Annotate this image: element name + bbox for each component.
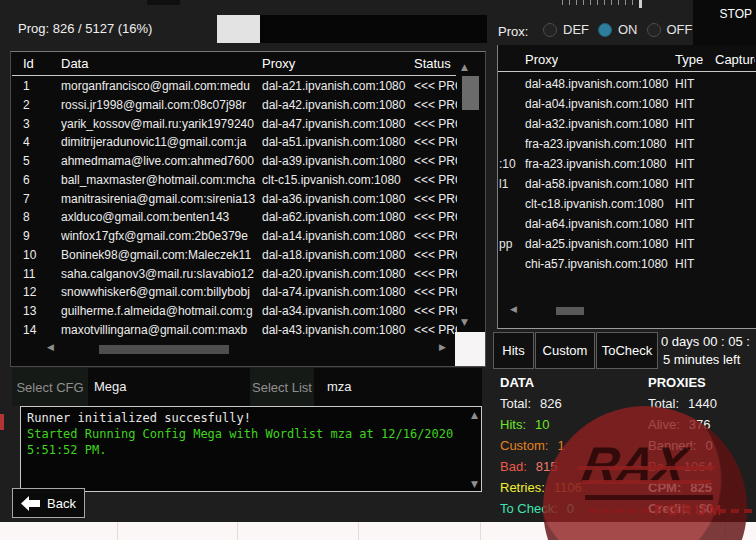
config-bar: Select CFG Mega Select List mza	[12, 368, 482, 406]
table-cell: dal-a64.ipvanish.com:1080	[525, 217, 668, 231]
back-label: Back	[47, 496, 76, 511]
table-cell: HIT	[675, 177, 694, 191]
data-table: Id Data Proxy Status 1morganfrancisco@gm…	[10, 51, 486, 367]
scroll-right-icon[interactable]: ▶	[439, 343, 446, 352]
table-row[interactable]: 14maxotvillingarna@gmail.com:maxbdal-a43…	[11, 321, 457, 340]
table-row[interactable]: 13guilherme.f.almeida@hotmail.com:gdal-a…	[11, 302, 457, 321]
table-row[interactable]: fra-a23.ipvanish.com:1080HIT	[498, 134, 756, 154]
progress-fill	[217, 15, 260, 43]
table-row[interactable]: dal-a48.ipvanish.com:1080HIT	[498, 74, 756, 94]
tab-tocheck[interactable]: ToCheck	[596, 332, 658, 369]
table-cell: 12	[23, 285, 53, 299]
select-cfg-button[interactable]: Select CFG	[12, 368, 88, 406]
proxy-mode-radio-on[interactable]: ON	[598, 22, 638, 37]
horizontal-scrollbar-thumb[interactable]	[556, 307, 584, 315]
table-row[interactable]: 11saha.calganov3@mail.ru:slavabio12dal-a…	[11, 265, 457, 284]
radio-label: OFF	[667, 22, 693, 37]
data-table-rows: 1morganfrancisco@gmail.com:medudal-a21.i…	[11, 77, 457, 340]
slider-tick	[618, 0, 619, 5]
table-row[interactable]: 3yarik_kossov@mail.ru:yarik1979240dal-a4…	[11, 115, 457, 134]
table-cell: maxotvillingarna@gmail.com:maxb	[61, 323, 258, 337]
back-button[interactable]: Back	[12, 488, 85, 518]
stat-value: 10	[535, 417, 549, 432]
table-row[interactable]: dal-a04.ipvanish.com:1080HIT	[498, 94, 756, 114]
slider-tick	[583, 0, 584, 5]
stat-row: Total:826	[500, 396, 648, 411]
table-row[interactable]: dal-a64.ipvanish.com:1080HIT	[498, 214, 756, 234]
proxy-mode-radio-group: DEFONOFF	[543, 22, 702, 37]
vertical-scrollbar-thumb[interactable]	[462, 76, 479, 110]
table-row[interactable]: 7manitrasirenia@gmail.com:sirenia13dal-a…	[11, 190, 457, 209]
table-cell: <<< PRO	[414, 117, 457, 131]
select-list-button[interactable]: Select List	[250, 368, 314, 406]
wordlist-value: mza	[327, 368, 352, 406]
table-cell: <<< PRO	[414, 304, 457, 318]
scroll-left-icon[interactable]: ◀	[510, 305, 517, 314]
table-cell: dal-a14.ipvanish.com:1080	[262, 229, 409, 243]
table-cell: HIT	[675, 77, 694, 91]
table-row[interactable]: 8axlduco@gmail.com:benten143dal-a62.ipva…	[11, 208, 457, 227]
radio-label: ON	[618, 22, 638, 37]
table-cell: dal-a36.ipvanish.com:1080	[262, 192, 409, 206]
log-scroll-down-icon[interactable]: ▼	[471, 480, 478, 489]
table-cell: 7	[23, 192, 53, 206]
bots-slider[interactable]	[562, 0, 642, 9]
proxy-mode-label: Prox:	[498, 24, 528, 39]
table-cell: <<< PRO	[414, 192, 457, 206]
tab-custom[interactable]: Custom	[535, 332, 595, 369]
table-cell: ball_maxmaster@hotmail.com:mcha	[61, 173, 258, 187]
radio-label: DEF	[563, 22, 589, 37]
radio-dot-icon	[543, 23, 557, 37]
table-cell: 14	[23, 323, 53, 337]
table-cell: <<< PRO	[414, 229, 457, 243]
stat-row: Retries:1106	[500, 480, 648, 495]
stat-label: Custom:	[500, 438, 548, 453]
table-row[interactable]: ppdal-a25.ipvanish.com:1080HIT	[498, 234, 756, 254]
table-row[interactable]: 5ahmedmama@live.com:ahmed7600dal-a39.ipv…	[11, 152, 457, 171]
table-row[interactable]: 9winfox17gfx@gmail.com:2b0e379edal-a14.i…	[11, 227, 457, 246]
stat-value: 826	[540, 396, 562, 411]
table-cell: dal-a48.ipvanish.com:1080	[525, 77, 668, 91]
stat-value: 815	[536, 459, 558, 474]
scroll-up-icon[interactable]: ▲	[461, 63, 468, 72]
proxy-mode-radio-off[interactable]: OFF	[647, 22, 693, 37]
proxy-stats-title: PROXIES	[648, 375, 756, 391]
table-row[interactable]: 4dimitrijeradunovic11@gmail.com:jadal-a5…	[11, 133, 457, 152]
table-cell: HIT	[675, 257, 694, 271]
log-scroll-up-icon[interactable]: ▲	[471, 411, 478, 420]
table-cell: HIT	[675, 157, 694, 171]
table-row[interactable]: clt-c18.ipvanish.com:1080HIT	[498, 194, 756, 214]
table-row[interactable]: l1dal-a58.ipvanish.com:1080HIT	[498, 174, 756, 194]
table-cell: 6	[23, 173, 53, 187]
slider-thumb[interactable]	[639, 0, 642, 8]
stat-row: Bad:815	[500, 459, 648, 474]
table-row[interactable]: chi-a57.ipvanish.com:1080HIT	[498, 254, 756, 274]
table-cell: 3	[23, 117, 53, 131]
column-header-id: Id	[23, 56, 34, 71]
table-row[interactable]: dal-a32.ipvanish.com:1080HIT	[498, 114, 756, 134]
horizontal-scrollbar-thumb[interactable]	[99, 345, 229, 354]
stat-label: Retries:	[500, 480, 545, 495]
table-cell: dal-a39.ipvanish.com:1080	[262, 154, 409, 168]
table-row[interactable]: 12snowwhisker6@gmail.com:billybobjdal-a7…	[11, 283, 457, 302]
table-row[interactable]: 10Boninek98@gmail.com:Maleczek11dal-a18.…	[11, 246, 457, 265]
scroll-down-icon[interactable]: ▼	[461, 318, 468, 327]
stat-label: Bad:	[648, 459, 675, 474]
stop-button[interactable]: STOP	[693, 0, 756, 45]
tab-hits[interactable]: Hits	[493, 332, 534, 369]
proxy-mode-radio-def[interactable]: DEF	[543, 22, 589, 37]
table-row[interactable]: 1morganfrancisco@gmail.com:medudal-a21.i…	[11, 77, 457, 96]
log-line: Started Running Config Mega with Wordlis…	[27, 426, 467, 442]
table-cell: clt-c18.ipvanish.com:1080	[525, 197, 664, 211]
table-row[interactable]: 2rossi.jr1998@gmail.com:08c07j98rdal-a42…	[11, 96, 457, 115]
table-cell: HIT	[675, 137, 694, 151]
table-cell: rossi.jr1998@gmail.com:08c07j98r	[61, 98, 258, 112]
log-lines: Runner initialized succesfully!Started R…	[27, 410, 467, 458]
table-row[interactable]: 6ball_maxmaster@hotmail.com:mchaclt-c15.…	[11, 171, 457, 190]
table-cell: clt-c15.ipvanish.com:1080	[262, 173, 409, 187]
table-row[interactable]: :10fra-a23.ipvanish.com:1080HIT	[498, 154, 756, 174]
slider-tick	[576, 0, 577, 5]
table-cell: <<< PRO	[414, 210, 457, 224]
scroll-left-icon[interactable]: ◀	[47, 343, 54, 352]
slider-tick	[569, 0, 570, 5]
